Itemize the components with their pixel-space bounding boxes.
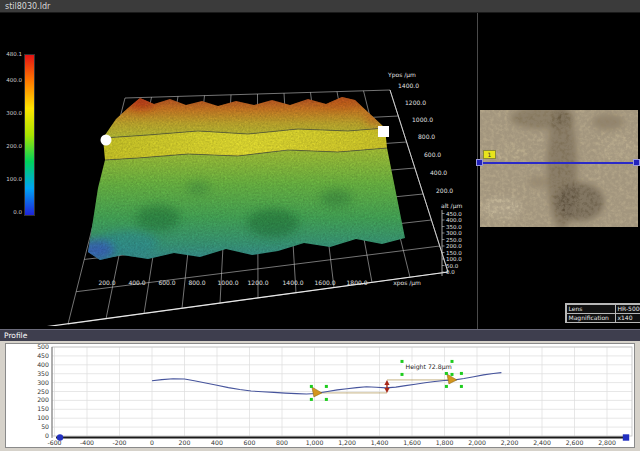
xpos-tick-label: 1200.0 [248,279,269,286]
ypos-tick-label: 1400.0 [398,82,419,89]
alt-tick-label: 400.0 [446,217,462,223]
alt-tick-label: 250.0 [446,237,462,243]
x-tick-label: 800 [276,439,288,446]
alt-tick-label: 200.0 [446,243,462,249]
panel-divider [477,13,478,329]
measurement-label[interactable]: Height 72.8µm [406,363,452,371]
alt-tick-label: 100.0 [446,256,462,262]
selection-handle [451,373,454,376]
color-scale-label: 480.1 [0,51,22,57]
color-scale-gradient-bar [24,54,35,216]
y-tick-label: 350 [37,370,49,377]
x-tick-label: 2,400 [533,439,551,446]
y-tick-label: 150 [37,405,49,412]
info-value: x140 [615,313,640,323]
selection-handle [460,372,463,375]
xpos-tick-label: 200.0 [98,279,115,286]
y-tick-label: 100 [37,414,49,421]
color-scale-label: 0.0 [0,209,22,215]
x-tick-label: 1,200 [338,439,356,446]
surface-shading [78,88,418,268]
profile-start-handle[interactable] [101,135,112,146]
window-title: stil8030.ldr [5,2,50,11]
profile-panel: Profile 050100150200250300350400450500-6… [0,329,640,451]
x-tick-label: 2,600 [566,439,584,446]
ypos-tick-label: 1000.0 [412,116,433,123]
optical-texture [480,110,638,227]
profile-panel-header: Profile [0,329,640,341]
ypos-tick-label: 200.0 [436,187,453,194]
color-scale-label: 300.0 [0,110,22,116]
arrowhead-down [384,388,389,393]
application-window: stil8030.ldr 480.1400.0300.0200.0100.00.… [0,0,640,451]
xpos-tick-label: 1600.0 [315,279,336,286]
ypos-tick-label: 800.0 [418,133,435,140]
color-scale-label: 200.0 [0,143,22,149]
baseline-start-marker[interactable] [57,434,63,440]
x-tick-label: -400 [80,439,94,446]
baseline-end-marker[interactable] [623,434,629,440]
alt-tick-label: 50.0 [446,263,459,269]
ypos-tick-label: 1200.0 [405,99,426,106]
window-titlebar: stil8030.ldr [0,0,640,13]
selection-handle [401,360,404,363]
xpos-tick-label: 600.0 [158,279,175,286]
y-tick-label: 400 [37,361,49,368]
y-tick-label: 200 [37,396,49,403]
y-tick-label: 50 [41,423,49,430]
x-tick-label: 0 [150,439,154,446]
selection-handle [445,385,448,388]
measure-line-end[interactable] [633,159,640,166]
selection-handle [310,398,313,401]
alt-tick-label: 300.0 [446,230,462,236]
view-3d[interactable]: 200.0400.0600.0800.01000.01200.01400.016… [38,18,478,326]
profile-chart-svg[interactable]: 050100150200250300350400450500-600-400-2… [6,344,634,447]
x-tick-label: 1,000 [306,439,324,446]
alt-tick-label: 0.0 [446,269,455,275]
alt-tick-label: 150.0 [446,250,462,256]
xpos-tick-label: 1000.0 [218,279,239,286]
xpos-tick-label: 400.0 [128,279,145,286]
color-scale-label: 400.0 [0,77,22,83]
measure-line-start[interactable] [476,159,483,166]
y-tick-label: 500 [37,344,49,350]
alt-axis-title: alt /µm [441,202,462,210]
profile-panel-title: Profile [4,331,27,340]
x-tick-label: 2,800 [598,439,616,446]
x-tick-label: 1,800 [436,439,454,446]
ypos-axis-title: Ypos /µm [387,71,416,79]
profile-chart: 050100150200250300350400450500-600-400-2… [5,343,635,448]
y-tick-label: 0 [45,432,49,439]
x-tick-label: 200 [179,439,191,446]
xpos-tick-label: 800.0 [188,279,205,286]
y-tick-label: 300 [37,379,49,386]
color-scale-label: 100.0 [0,176,22,182]
x-tick-label: 1,400 [371,439,389,446]
x-tick-label: 600 [244,439,256,446]
alt-tick-label: 350.0 [446,224,462,230]
x-tick-label: -200 [112,439,126,446]
lens-info-table: LensHR-5000EMagnificationx140 [565,303,640,323]
selection-handle [310,385,313,388]
x-tick-label: 2,200 [501,439,519,446]
selection-handle [445,372,448,375]
surface-3d[interactable] [78,88,418,268]
y-tick-label: 450 [37,352,49,359]
xpos-tick-label: 1400.0 [283,279,304,286]
info-label: Magnification [566,313,616,323]
section-tag[interactable]: 1 [483,150,496,159]
profile-cursor[interactable] [312,387,322,397]
x-tick-label: 2,000 [468,439,486,446]
profile-end-handle[interactable] [378,126,389,137]
info-row: Magnificationx140 [566,313,640,322]
xpos-axis-title: xpos /µm [393,279,421,287]
selection-handle [401,373,404,376]
ypos-tick-label: 400.0 [430,169,447,176]
selection-handle [460,385,463,388]
optical-image[interactable] [480,110,638,227]
y-tick-label: 250 [37,388,49,395]
xpos-tick-label: 1800.0 [347,279,368,286]
measure-line[interactable] [478,162,639,164]
x-tick-label: 1,600 [403,439,421,446]
selection-handle [325,385,328,388]
